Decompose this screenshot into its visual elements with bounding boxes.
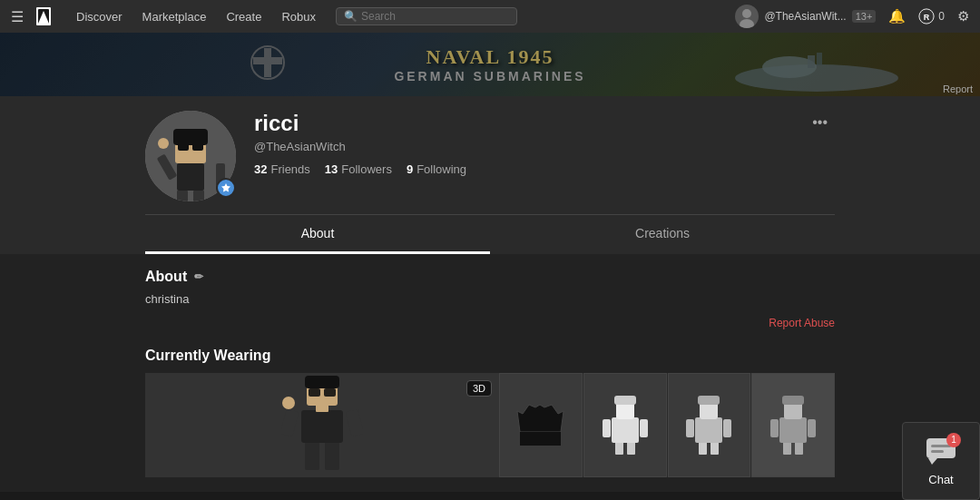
svg-rect-10 — [817, 53, 822, 65]
menu-icon[interactable]: ☰ — [11, 8, 24, 25]
svg-point-35 — [282, 397, 295, 409]
svg-rect-42 — [640, 419, 648, 437]
following-count: 9 — [407, 162, 413, 176]
item-figure-4 — [770, 396, 816, 455]
item-figure-2 — [603, 396, 648, 455]
nav-discover[interactable]: Discover — [67, 6, 132, 27]
svg-rect-38 — [615, 441, 623, 455]
wearing-3d-view[interactable]: 3D — [145, 373, 499, 477]
roblox-logo[interactable] — [33, 5, 54, 27]
wearing-section: Currently Wearing 3D — [145, 348, 835, 477]
profile-handle: @TheAsianWitch — [254, 140, 835, 153]
nav-marketplace[interactable]: Marketplace — [133, 6, 216, 27]
banner-advertisement: NAVAL 1945 GERMAN SUBMARINES Report — [0, 33, 980, 96]
item-shirt-icon — [515, 400, 565, 450]
svg-rect-45 — [699, 441, 707, 455]
svg-rect-34 — [324, 388, 336, 397]
svg-rect-52 — [783, 441, 791, 455]
avatar-badge — [216, 178, 236, 198]
svg-rect-62 — [931, 450, 944, 453]
profile-section: ricci @TheAsianWitch 32 Friends 13 Follo… — [0, 96, 980, 254]
following-stat[interactable]: 9 Following — [407, 162, 466, 176]
edit-icon[interactable]: ✏ — [194, 270, 203, 283]
svg-rect-32 — [305, 376, 339, 388]
item-figure-3 — [686, 396, 731, 455]
svg-rect-48 — [686, 419, 694, 437]
wearing-item-1[interactable] — [499, 373, 583, 477]
settings-icon[interactable]: ⚙ — [957, 8, 969, 25]
wearing-item-3[interactable] — [668, 373, 751, 477]
nav-robux[interactable]: Robux — [272, 6, 325, 27]
banner-emblem — [250, 44, 286, 84]
age-badge: 13+ — [852, 10, 877, 23]
svg-rect-54 — [779, 417, 807, 443]
svg-marker-60 — [928, 458, 937, 465]
search-input[interactable] — [361, 10, 506, 23]
friends-label: Friends — [270, 162, 309, 176]
robux-count: 0 — [938, 10, 945, 23]
nav-avatar — [735, 5, 759, 28]
svg-rect-27 — [301, 410, 343, 443]
svg-rect-51 — [698, 396, 720, 405]
svg-rect-41 — [603, 419, 611, 437]
nav-links: Discover Marketplace Create Robux — [67, 6, 325, 27]
wearing-title: Currently Wearing — [145, 348, 835, 364]
friends-count: 32 — [254, 162, 267, 176]
robux-container[interactable]: R 0 — [918, 8, 945, 25]
svg-rect-28 — [281, 408, 299, 436]
friends-stat[interactable]: 32 Friends — [254, 162, 310, 176]
wearing-3d-figure — [281, 376, 363, 475]
nav-create[interactable]: Create — [217, 6, 270, 27]
svg-text:R: R — [924, 13, 930, 22]
more-options-button[interactable]: ••• — [805, 111, 835, 134]
svg-rect-15 — [177, 163, 204, 191]
svg-rect-56 — [808, 419, 816, 437]
tab-creations[interactable]: Creations — [490, 215, 835, 254]
avatar-container — [145, 111, 236, 201]
search-bar[interactable]: 🔍 — [336, 7, 517, 25]
svg-rect-46 — [710, 441, 719, 455]
wearing-display: 3D — [145, 373, 835, 477]
svg-rect-55 — [770, 419, 779, 437]
followers-label: Followers — [341, 162, 392, 176]
followers-stat[interactable]: 13 Followers — [325, 162, 392, 176]
about-label: About — [145, 269, 187, 285]
about-title: About ✏ — [145, 269, 835, 285]
nav-username: @TheAsianWit... — [764, 10, 846, 23]
wearing-items — [499, 373, 835, 477]
bell-icon[interactable]: 🔔 — [888, 8, 906, 25]
banner-report-link[interactable]: Report — [943, 83, 973, 94]
svg-point-7 — [735, 64, 898, 92]
svg-marker-36 — [517, 405, 564, 432]
svg-rect-58 — [782, 396, 804, 405]
profile-info: ricci @TheAsianWitch 32 Friends 13 Follo… — [254, 111, 835, 176]
profile-header: ricci @TheAsianWitch 32 Friends 13 Follo… — [145, 111, 835, 214]
svg-rect-29 — [346, 408, 363, 436]
report-abuse-link[interactable]: Report Abuse — [145, 317, 835, 329]
svg-rect-12 — [253, 57, 282, 64]
robux-icon: R — [918, 8, 935, 25]
svg-rect-23 — [193, 191, 204, 201]
svg-rect-17 — [173, 129, 208, 145]
svg-rect-44 — [614, 396, 636, 405]
about-section: About ✏ christina Report Abuse — [145, 269, 835, 329]
svg-point-4 — [740, 19, 754, 28]
badge-3d: 3D — [466, 380, 492, 397]
svg-point-24 — [158, 138, 169, 149]
svg-rect-39 — [627, 441, 635, 455]
followers-count: 13 — [325, 162, 338, 176]
chat-icon-container: 1 — [925, 436, 957, 469]
wearing-item-2[interactable] — [583, 373, 667, 477]
svg-rect-18 — [178, 143, 189, 151]
search-icon: 🔍 — [344, 10, 358, 23]
nav-right: @TheAsianWit... 13+ 🔔 R 0 ⚙ — [735, 5, 969, 28]
user-info[interactable]: @TheAsianWit... 13+ — [735, 5, 876, 28]
profile-tabs: About Creations — [145, 214, 835, 254]
svg-rect-40 — [612, 417, 639, 443]
wearing-item-4[interactable] — [751, 373, 835, 477]
svg-rect-49 — [723, 419, 731, 437]
svg-rect-22 — [177, 191, 188, 201]
svg-rect-53 — [795, 441, 803, 455]
tab-about[interactable]: About — [145, 215, 490, 254]
chat-button[interactable]: 1 Chat — [902, 422, 980, 500]
